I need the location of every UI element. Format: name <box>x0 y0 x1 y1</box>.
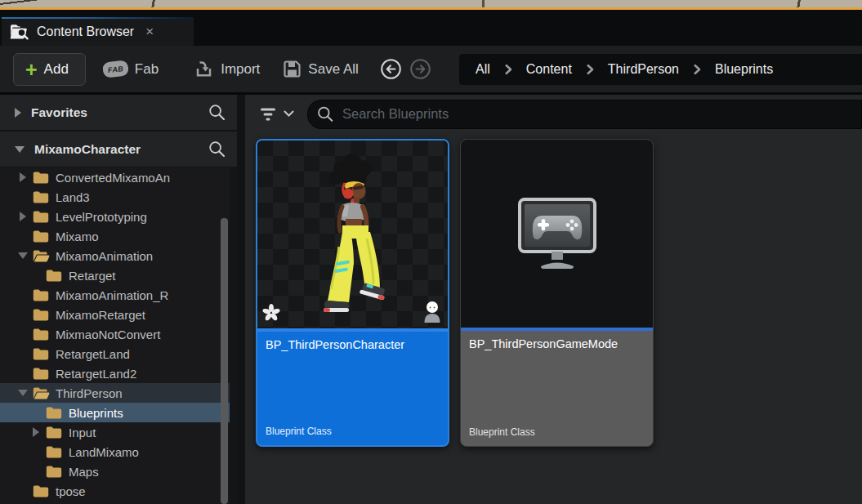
add-button-label: Add <box>44 61 69 78</box>
import-button[interactable]: Import <box>194 59 260 79</box>
toolbar: + Add FAB Fab Import Save All <box>0 46 862 92</box>
folder-icon <box>46 270 63 282</box>
folder-label: MixamoAnimation <box>56 249 153 263</box>
folder-label: Mixamo <box>56 230 99 243</box>
sidebar-folder-retargetland[interactable]: RetargetLand <box>0 344 237 364</box>
breadcrumb-separator <box>504 64 512 75</box>
chevron-right-icon[interactable] <box>18 212 33 221</box>
add-button[interactable]: + Add <box>13 53 86 86</box>
import-icon <box>194 59 214 79</box>
folder-icon <box>33 348 50 360</box>
sidebar-folder-partial-row[interactable] <box>0 501 237 504</box>
folder-label: tpose <box>56 484 86 498</box>
breadcrumb-separator <box>586 64 594 75</box>
breadcrumb-chevron-icon <box>586 64 594 75</box>
folder-icon <box>33 485 50 497</box>
folder-icon <box>46 407 63 419</box>
asset-title: BP_ThirdPersonGameMode <box>469 337 645 350</box>
folder-label: LandMixamo <box>69 445 139 459</box>
sidebar-folder-convertedmixamoan[interactable]: ConvertedMixamoAn <box>0 167 237 187</box>
sidebar-folder-mixmaonotconvert[interactable]: MixmaoNotConvert <box>0 324 237 344</box>
panel-splitter[interactable] <box>237 95 245 504</box>
folder-icon <box>33 289 50 301</box>
viewport-floor-sliver <box>0 0 862 7</box>
sidebar-folder-tpose[interactable]: tpose <box>0 481 237 501</box>
forward-button-disabled[interactable] <box>409 58 431 80</box>
folder-label: RetargetLand2 <box>56 367 136 381</box>
gamemode-monitor-icon <box>518 198 596 270</box>
fab-label: Fab <box>135 61 159 78</box>
sidebar-folder-land3[interactable]: Land3 <box>0 187 237 207</box>
search-row <box>245 95 862 133</box>
chevron-right-icon[interactable] <box>18 172 33 182</box>
breadcrumb-item-content[interactable]: Content <box>526 62 572 77</box>
asset-type-label: Blueprint Class <box>266 426 440 437</box>
folder-icon <box>33 191 50 203</box>
breadcrumb-item-all[interactable]: All <box>476 62 490 77</box>
scrollbar-track <box>230 167 237 504</box>
favorites-section-header[interactable]: Favorites <box>0 95 237 132</box>
favorites-search-icon[interactable] <box>208 104 226 121</box>
chevron-right-icon[interactable] <box>15 108 21 118</box>
back-button[interactable] <box>380 58 402 80</box>
folder-label: Blueprints <box>69 406 123 420</box>
unreal-content-browser-window: Content Browser × + Add FAB Fab Import <box>0 0 862 504</box>
breadcrumb-item-blueprints[interactable]: Blueprints <box>715 62 773 77</box>
folder-label: Retarget <box>69 269 116 283</box>
tab-content-browser[interactable]: Content Browser × <box>2 17 194 46</box>
asset-card-bp-thirdpersongamemode[interactable]: BP_ThirdPersonGameMode Blueprint Class <box>460 139 654 447</box>
sidebar-folder-mixamoanimation_r[interactable]: MixamoAnimation_R <box>0 285 237 305</box>
asset-search-box[interactable] <box>307 100 862 129</box>
breadcrumb-separator <box>693 64 701 75</box>
sidebar-folder-retarget[interactable]: Retarget <box>0 265 237 285</box>
folder-icon <box>33 172 50 184</box>
sidebar-folder-mixamo[interactable]: Mixamo <box>0 226 237 246</box>
folder-icon <box>33 328 50 341</box>
tab-close-icon[interactable]: × <box>145 25 154 38</box>
sidebar-folder-thirdperson[interactable]: ThirdPerson <box>0 383 237 403</box>
folder-tree: ConvertedMixamoAnLand3LevelPrototypingMi… <box>0 167 237 504</box>
search-icon <box>317 105 333 123</box>
sidebar-folder-input[interactable]: Input <box>0 422 237 442</box>
scrollbar-thumb[interactable] <box>221 218 228 504</box>
folder-icon <box>33 309 50 321</box>
sources-search-icon[interactable] <box>208 140 226 158</box>
breadcrumb-chevron-icon <box>693 64 701 75</box>
tab-title: Content Browser <box>37 25 134 39</box>
save-all-label: Save All <box>308 61 358 78</box>
fab-button[interactable]: FAB Fab <box>103 61 159 78</box>
folder-label: LevelPrototyping <box>56 210 147 224</box>
save-all-button[interactable]: Save All <box>283 60 358 78</box>
asset-view-panel: BP_ThirdPersonCharacter Blueprint Class <box>245 95 862 504</box>
sources-section-header[interactable]: MixamoCharacter <box>0 132 237 167</box>
chevron-down-icon[interactable] <box>15 146 25 153</box>
sidebar-folder-levelprototyping[interactable]: LevelPrototyping <box>0 207 237 226</box>
fab-logo-icon: FAB <box>102 60 129 78</box>
sidebar-folder-mixamoretarget[interactable]: MixamoRetarget <box>0 305 237 324</box>
chevron-down-icon[interactable] <box>18 390 33 396</box>
breadcrumb-item-thirdperson[interactable]: ThirdPerson <box>608 62 679 77</box>
asset-search-input[interactable] <box>341 105 861 123</box>
filter-button[interactable] <box>258 106 294 123</box>
folder-icon <box>46 466 63 478</box>
folder-icon <box>33 368 50 380</box>
asset-card-bp-thirdpersoncharacter[interactable]: BP_ThirdPersonCharacter Blueprint Class <box>256 139 449 447</box>
sidebar-folder-maps[interactable]: Maps <box>0 462 237 481</box>
fab-logo-text: FAB <box>107 65 123 74</box>
asset-info: BP_ThirdPersonCharacter Blueprint Class <box>257 332 448 445</box>
sidebar-folder-retargetland2[interactable]: RetargetLand2 <box>0 364 237 383</box>
sidebar-folder-blueprints[interactable]: Blueprints <box>0 403 237 422</box>
sidebar-folder-mixamoanimation[interactable]: MixamoAnimation <box>0 246 237 265</box>
folder-label: Maps <box>69 465 99 479</box>
asset-info: BP_ThirdPersonGameMode Blueprint Class <box>461 331 653 446</box>
folder-label: Land3 <box>56 190 90 204</box>
folder-label: MixamoAnimation_R <box>56 288 168 302</box>
chevron-down-icon <box>284 110 294 118</box>
sidebar-folder-landmixamo[interactable]: LandMixamo <box>0 442 237 462</box>
folder-label: MixamoRetarget <box>56 308 145 322</box>
person-badge-icon <box>423 301 441 326</box>
chevron-down-icon[interactable] <box>18 252 33 259</box>
chevron-right-icon[interactable] <box>31 427 46 437</box>
tab-strip: Content Browser × <box>0 10 862 46</box>
open-folder-icon <box>33 250 50 262</box>
